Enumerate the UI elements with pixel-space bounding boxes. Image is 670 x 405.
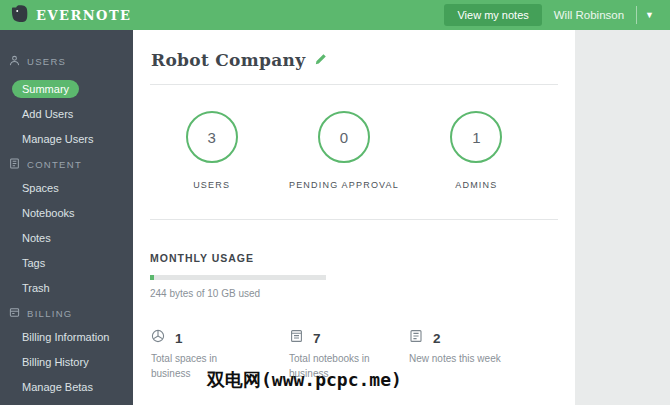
- stat-admins: 1 ADMINS: [450, 111, 502, 190]
- mini-stat-new-notes: 2 New notes this week: [409, 329, 547, 381]
- edit-pencil-icon[interactable]: [314, 52, 327, 70]
- document-icon: [9, 158, 20, 171]
- account-stats: 3 USERS 0 PENDING APPROVAL 1 ADMINS: [150, 85, 558, 190]
- monthly-usage-title: MONTHLY USAGE: [150, 252, 558, 264]
- sidebar-section-users: USERS Summary Add Users Manage Users: [0, 55, 133, 145]
- sidebar-header-content: CONTENT: [0, 158, 133, 171]
- stat-users: 3 USERS: [186, 111, 238, 190]
- sidebar-item-manage-betas[interactable]: Manage Betas: [22, 381, 133, 393]
- sidebar-item-billing-history[interactable]: Billing History: [22, 356, 133, 368]
- usage-progress-bar: [150, 275, 326, 280]
- monthly-usage-section: MONTHLY USAGE 244 bytes of 10 GB used: [150, 252, 558, 299]
- brand-name: EVERNOTE: [36, 8, 132, 23]
- mini-stat-notebooks-value: 7: [313, 331, 321, 346]
- sidebar-section-content: CONTENT Spaces Notebooks Notes Tags Tras…: [0, 158, 133, 294]
- stat-pending-approval-value: 0: [318, 111, 370, 163]
- notebooks-icon: [289, 329, 303, 347]
- sidebar-section-label: CONTENT: [27, 159, 82, 170]
- usage-progress-fill: [150, 275, 154, 280]
- evernote-admin-console: EVERNOTE View my notes Will Robinson ▼ U…: [0, 0, 670, 405]
- stat-admins-value: 1: [450, 111, 502, 163]
- stat-pending-approval: 0 PENDING APPROVAL: [289, 111, 399, 190]
- page-background: [575, 30, 670, 405]
- watermark-text: 双电网(www.pcpc.me): [207, 368, 402, 392]
- usage-detail-text: 244 bytes of 10 GB used: [150, 288, 558, 299]
- sidebar-section-label: BILLING: [27, 308, 73, 319]
- account-menu-caret-icon[interactable]: ▼: [637, 10, 662, 20]
- sidebar-item-trash[interactable]: Trash: [22, 282, 133, 294]
- stat-users-label: USERS: [193, 180, 230, 190]
- sidebar-section-label: USERS: [27, 56, 66, 67]
- top-bar: EVERNOTE View my notes Will Robinson ▼: [0, 0, 670, 30]
- sidebar-header-billing: BILLING: [0, 307, 133, 320]
- mini-stat-new-notes-value: 2: [433, 331, 441, 346]
- view-my-notes-button[interactable]: View my notes: [444, 4, 541, 26]
- stat-pending-approval-label: PENDING APPROVAL: [289, 180, 399, 190]
- evernote-elephant-icon: [9, 3, 30, 28]
- spaces-icon: [151, 329, 165, 347]
- stats-divider: [150, 219, 558, 220]
- brand: EVERNOTE: [9, 3, 132, 28]
- stat-users-value: 3: [186, 111, 238, 163]
- mini-stat-spaces-value: 1: [175, 331, 183, 346]
- sidebar-header-users: USERS: [0, 55, 133, 68]
- top-bar-right: View my notes Will Robinson ▼: [444, 4, 662, 26]
- sidebar: USERS Summary Add Users Manage Users CON…: [0, 30, 133, 405]
- user-name[interactable]: Will Robinson: [554, 9, 624, 21]
- sidebar-item-summary[interactable]: Summary: [12, 80, 79, 98]
- main-content: Robot Company 3 USERS 0 PENDING APPROVAL: [133, 30, 575, 405]
- sidebar-item-notebooks[interactable]: Notebooks: [22, 207, 133, 219]
- sidebar-item-spaces[interactable]: Spaces: [22, 182, 133, 194]
- note-icon: [409, 329, 423, 347]
- sidebar-item-add-users[interactable]: Add Users: [22, 108, 133, 120]
- stat-admins-label: ADMINS: [455, 180, 497, 190]
- sidebar-item-notes[interactable]: Notes: [22, 232, 133, 244]
- user-icon: [9, 55, 20, 68]
- mini-stat-new-notes-label: New notes this week: [409, 351, 504, 366]
- sidebar-item-manage-users[interactable]: Manage Users: [22, 133, 133, 145]
- sidebar-section-billing: BILLING Billing Information Billing Hist…: [0, 307, 133, 393]
- billing-icon: [9, 307, 20, 320]
- sidebar-item-tags[interactable]: Tags: [22, 257, 133, 269]
- company-name-title: Robot Company: [151, 50, 305, 70]
- sidebar-item-billing-information[interactable]: Billing Information: [22, 331, 133, 343]
